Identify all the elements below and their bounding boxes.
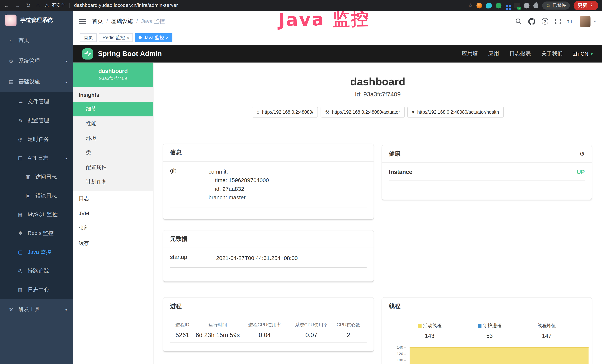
close-icon[interactable]: × <box>166 36 168 40</box>
sba-nav-journal[interactable]: 日志报表 <box>509 50 531 57</box>
bookmark-star-icon[interactable]: ☆ <box>468 2 473 8</box>
top-header: 首页 / 基础设施 / Java 监控 Java 监控 ? tT ▾ <box>73 11 602 32</box>
actuator-url-button[interactable]: ⚒ http://192.168.0.2:48080/actuator <box>321 107 405 118</box>
process-col-cpus: CPU核心数 2 <box>334 322 363 339</box>
sidebar-item-mysql-monitor[interactable]: ▦ MySQL 监控 <box>0 205 73 224</box>
sba-item-config-props[interactable]: 配置属性 <box>73 160 153 175</box>
sba-instance-block[interactable]: dashboard 93a3fc7f7409 <box>73 63 153 87</box>
help-icon[interactable]: ? <box>542 18 548 24</box>
col-value: 2 <box>334 332 363 339</box>
extension-icon[interactable] <box>524 2 529 8</box>
sidebar-item-tracing[interactable]: ◎ 链路追踪 <box>0 261 73 280</box>
sidebar-item-label: MySQL 监控 <box>28 211 58 218</box>
chevron-down-icon: ▾ <box>65 307 67 312</box>
sidebar-item-label: 研发工具 <box>18 306 40 313</box>
tab-home[interactable]: 首页 <box>80 33 97 42</box>
chrome-update-button[interactable]: 更新 ⋮ <box>574 0 598 10</box>
address-bar[interactable]: ⚠ 不安全 dashboard.yudao.iocoder.cn/infra/a… <box>45 2 178 9</box>
sba-item-caches[interactable]: 缓存 <box>73 236 153 251</box>
sidebar-item-redis-monitor[interactable]: ❖ Redis 监控 <box>0 224 73 243</box>
sba-nav-applications[interactable]: 应用 <box>488 50 499 57</box>
instance-name: dashboard <box>77 67 149 74</box>
process-col-pid: 进程ID 5261 <box>170 322 195 339</box>
sba-locale-select[interactable]: zh-CN ▾ <box>573 51 593 57</box>
sba-brand-title: Spring Boot Admin <box>98 50 162 58</box>
col-header: 系统CPU使用率 <box>289 322 334 328</box>
sidebar-item-dev-tools[interactable]: ⚒ 研发工具 ▾ <box>0 299 73 320</box>
sidebar-item-home[interactable]: ⌂ 首页 <box>0 30 73 51</box>
reload-icon[interactable]: ↻ <box>26 2 31 8</box>
breadcrumb-home[interactable]: 首页 <box>92 18 103 25</box>
font-size-icon[interactable]: tT <box>567 18 573 24</box>
sidebar-item-label: 配置管理 <box>28 117 49 124</box>
infra-icon: ▤ <box>8 79 14 85</box>
github-icon[interactable] <box>528 18 535 25</box>
threads-chart: 140 120 100 <box>393 346 589 364</box>
extension-switch-icon[interactable]: on <box>514 2 520 8</box>
sidebar-item-system[interactable]: ⚙ 系统管理 ▾ <box>0 51 73 71</box>
sba-item-details[interactable]: 细节 <box>73 102 153 117</box>
sidebar-item-scheduled-tasks[interactable]: ◷ 定时任务 <box>0 130 73 149</box>
home-icon[interactable]: ⌂ <box>36 2 40 8</box>
sidebar-item-config-manage[interactable]: ✎ 配置管理 <box>0 111 73 130</box>
logo-row[interactable]: 芋道管理系统 <box>0 11 73 30</box>
sidebar-item-label: Redis 监控 <box>28 230 54 237</box>
breadcrumb-infrastructure[interactable]: 基础设施 <box>111 18 133 25</box>
home-icon: ⌂ <box>257 109 259 115</box>
extension-icon[interactable] <box>496 2 502 8</box>
tab-redis-monitor[interactable]: Redis 监控 × <box>99 33 133 42</box>
metadata-key: startup <box>170 254 216 263</box>
sba-nav-wallboard[interactable]: 应用墙 <box>462 50 478 57</box>
health-url-button[interactable]: ♥ http://192.168.0.2:48080/actuator/heal… <box>407 107 504 118</box>
sidebar-item-label: 访问日志 <box>35 173 57 180</box>
sba-item-mappings[interactable]: 映射 <box>73 221 153 236</box>
breadcrumb-current: Java 监控 <box>141 18 165 25</box>
sba-header: Spring Boot Admin 应用墙 应用 日志报表 关于我们 zh-CN… <box>73 45 602 63</box>
process-col-system-cpu: 系统CPU使用率 0.07 <box>289 322 334 339</box>
app-shell: 芋道管理系统 ⌂ 首页 ⚙ 系统管理 ▾ ▤ 基础设施 ▴ <box>0 11 602 364</box>
sba-item-classes[interactable]: 类 <box>73 146 153 160</box>
extension-icon[interactable] <box>476 2 482 8</box>
extension-grid-icon[interactable] <box>506 5 508 7</box>
sba-item-environment[interactable]: 环境 <box>73 131 153 146</box>
sba-nav-about[interactable]: 关于我们 <box>541 50 563 57</box>
chrome-menu-icon[interactable]: ⋮ <box>589 3 594 8</box>
sidebar-item-log-center[interactable]: ▥ 日志中心 <box>0 280 73 299</box>
sidebar-item-file-manage[interactable]: ☁ 文件管理 <box>0 92 73 111</box>
fullscreen-icon[interactable] <box>555 18 561 24</box>
sba-logo-icon[interactable] <box>82 48 93 59</box>
instance-links: ⌂ http://192.168.0.2:48080/ ⚒ http://192… <box>153 107 602 118</box>
monitor-icon: ▢ <box>17 249 24 255</box>
metadata-row: startup 2021-04-27T00:44:31.254+08:00 <box>170 254 366 268</box>
forward-icon[interactable]: → <box>15 2 20 8</box>
sidebar-item-access-logs[interactable]: ▣ 访问日志 <box>0 167 73 186</box>
process-card: 进程 进程ID 5261 运行时间 <box>163 298 374 351</box>
sba-item-metrics[interactable]: 性能 <box>73 116 153 131</box>
gear-icon: ⚙ <box>8 58 14 64</box>
sba-item-jvm[interactable]: JVM <box>73 206 153 221</box>
insights-section-label: Insights <box>73 87 153 102</box>
sba-item-logs[interactable]: 日志 <box>73 191 153 206</box>
sba-item-scheduled[interactable]: 计划任务 <box>73 175 153 189</box>
clock-icon: ◷ <box>17 136 24 142</box>
sidebar-item-infrastructure[interactable]: ▤ 基础设施 ▴ <box>0 71 73 92</box>
tab-label: 首页 <box>84 34 93 41</box>
user-avatar[interactable] <box>580 16 591 27</box>
tab-java-monitor[interactable]: Java 监控 × <box>135 33 172 42</box>
search-icon[interactable] <box>515 18 522 24</box>
sidebar-item-java-monitor[interactable]: ▢ Java 监控 <box>0 243 73 261</box>
app-title: 芋道管理系统 <box>20 17 53 24</box>
sidebar-item-label: 链路追踪 <box>28 268 49 274</box>
infrastructure-submenu: ☁ 文件管理 ✎ 配置管理 ◷ 定时任务 ▧ API 日志 ▴ <box>0 92 73 299</box>
extension-icon[interactable] <box>486 2 492 8</box>
profile-paused-badge[interactable]: ☺ 已暂停 <box>542 1 570 9</box>
instance-url-button[interactable]: ⌂ http://192.168.0.2:48080/ <box>252 107 318 118</box>
hamburger-icon[interactable] <box>79 19 86 24</box>
sidebar-item-api-logs[interactable]: ▧ API 日志 ▴ <box>0 149 73 167</box>
git-commit-line: commit: <box>208 167 269 176</box>
sidebar-item-error-logs[interactable]: ▣ 错误日志 <box>0 186 73 205</box>
close-icon[interactable]: × <box>127 36 129 40</box>
extensions-puzzle-icon[interactable] <box>534 3 538 8</box>
history-icon[interactable]: ↺ <box>580 150 585 157</box>
back-icon[interactable]: ← <box>4 2 9 8</box>
